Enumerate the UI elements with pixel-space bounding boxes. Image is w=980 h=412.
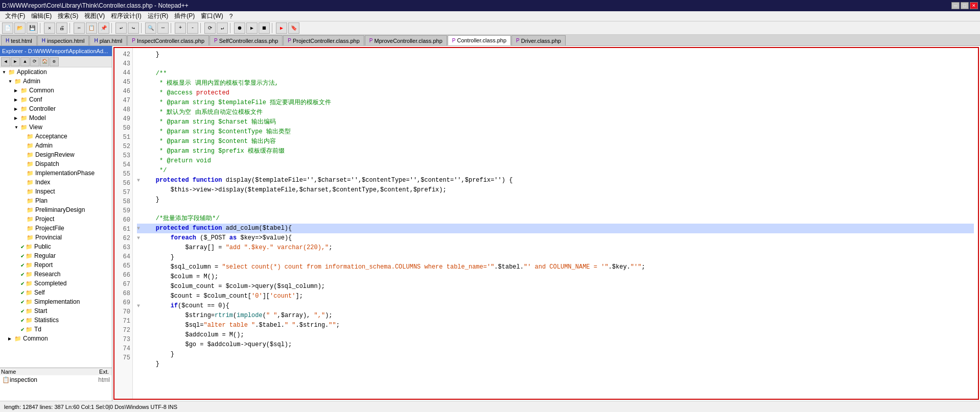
tree-item-projectfile[interactable]: 📁 ProjectFile <box>0 224 112 233</box>
tree-item-project[interactable]: 📁 Project <box>0 214 112 224</box>
maximize-button[interactable]: □ <box>961 2 969 9</box>
tree-item-plan[interactable]: 📁 Plan <box>0 196 112 205</box>
collapse-61[interactable]: ▼ <box>137 235 140 241</box>
ex-refresh-button[interactable]: ⟳ <box>30 57 39 66</box>
ex-up-button[interactable]: ▲ <box>20 57 30 66</box>
tab-plan-html[interactable]: Hplan.html <box>89 35 127 45</box>
menu-design[interactable]: 程序设计(I) <box>108 11 144 21</box>
find-button[interactable]: 🔍 <box>145 22 156 34</box>
tab-inspection-html[interactable]: Hinspection.html <box>37 35 89 45</box>
close-button[interactable]: ✕ <box>970 2 978 9</box>
ex-settings-button[interactable]: ⚙ <box>50 57 59 66</box>
new-button[interactable]: 📄 <box>2 22 13 34</box>
ex-back-button[interactable]: ◀ <box>1 57 10 66</box>
tree-item-implphase[interactable]: 📁 ImplementationPhase <box>0 168 112 178</box>
close-doc-button[interactable]: ✕ <box>44 22 55 34</box>
wrap-button[interactable]: ↵ <box>217 22 228 34</box>
tree-item-public[interactable]: ✔ 📁 Public <box>0 242 112 251</box>
collapse-74 <box>137 361 140 367</box>
collapse-42[interactable] <box>137 52 140 58</box>
php-icon5: P <box>452 38 456 43</box>
menu-search[interactable]: 搜索(S) <box>55 11 81 21</box>
menu-run[interactable]: 运行(R) <box>145 11 172 21</box>
tree-item-simplementation[interactable]: ✔ 📁 Simplementation <box>0 297 112 306</box>
tab-self-controller[interactable]: PSelfController.class.php <box>209 35 283 45</box>
tree-item-provincial[interactable]: 📁 Provincial <box>0 233 112 242</box>
cut-button[interactable]: ✂ <box>74 22 85 34</box>
tree-item-start[interactable]: ✔ 📁 Start <box>0 306 112 316</box>
sep3 <box>111 23 113 33</box>
tree-item-td[interactable]: ✔ 📁 Td <box>0 325 112 334</box>
check-report: ✔ <box>20 262 25 268</box>
tree-item-report[interactable]: ✔ 📁 Report <box>0 260 112 270</box>
undo-button[interactable]: ↩ <box>115 22 127 34</box>
code-content[interactable]: } /** * 模板显示 调用内置的模板引擎显示方法, * @access pr… <box>133 48 978 399</box>
tab-mprove-controller[interactable]: PMproveController.class.php <box>365 35 447 45</box>
tree-item-model[interactable]: ▶ 📁 Model <box>0 113 112 123</box>
zoom-in-button[interactable]: + <box>175 22 186 34</box>
tree-item-application[interactable]: ▼ 📁 Application <box>0 67 112 77</box>
tree-item-common2[interactable]: ▶ 📁 Common <box>0 334 112 343</box>
bookmark-button[interactable]: 🔖 <box>288 22 299 34</box>
tab-test-html[interactable]: Htest.html <box>1 35 37 45</box>
collapse-68[interactable]: ▼ <box>137 303 140 309</box>
collapse-65 <box>137 274 140 280</box>
tree-item-statistics[interactable]: ✔ 📁 Statistics <box>0 316 112 325</box>
tree-item-admin2[interactable]: 📁 Admin <box>0 141 112 150</box>
menu-view[interactable]: 视图(V) <box>81 11 108 21</box>
tree-item-inspect[interactable]: 📁 Inspect <box>0 187 112 196</box>
menu-plugins[interactable]: 插件(P) <box>171 11 198 21</box>
tree-item-designreview[interactable]: 📁 DesignReview <box>0 150 112 159</box>
tab-driver-class[interactable]: PDriver.class.php <box>511 35 566 45</box>
zoom-out-button[interactable]: - <box>187 22 198 34</box>
tab-inspect-controller[interactable]: PInspectController.class.php <box>127 35 209 45</box>
macro-play-button[interactable]: ▶ <box>246 22 258 34</box>
tab-controller-class[interactable]: PController.class.php <box>448 35 511 45</box>
tree-item-common[interactable]: ▶ 📁 Common <box>0 86 112 95</box>
sep6 <box>200 23 202 33</box>
print-button[interactable]: 🖨 <box>56 22 67 34</box>
folder-icon-conf: 📁 <box>20 96 28 103</box>
open-button[interactable]: 📂 <box>14 22 26 34</box>
tree-item-index[interactable]: 📁 Index <box>0 178 112 187</box>
macro-stop-button[interactable]: ⏹ <box>259 22 270 34</box>
copy-button[interactable]: 📋 <box>86 22 97 34</box>
ex-forward-button[interactable]: ▶ <box>11 57 20 66</box>
tree-item-scompleted[interactable]: ✔ 📁 Scompleted <box>0 279 112 288</box>
file-entry-inspection[interactable]: 📋 inspection html <box>0 375 112 384</box>
tree-item-acceptance[interactable]: 📁 Acceptance <box>0 132 112 141</box>
minimize-button[interactable]: ─ <box>951 2 960 9</box>
tree-item-controller[interactable]: ▶ 📁 Controller <box>0 104 112 113</box>
paste-button[interactable]: 📌 <box>98 22 109 34</box>
tree-item-research[interactable]: ✔ 📁 Research <box>0 270 112 279</box>
menu-file[interactable]: 文件(F) <box>2 11 28 21</box>
status-bar: length: 12847 lines: 387 Ln:60 Col:1 Sel… <box>0 401 980 412</box>
redo-button[interactable]: ↪ <box>128 22 139 34</box>
collapse-52 <box>137 149 140 154</box>
tree-item-prelim[interactable]: 📁 PreliminaryDesign <box>0 205 112 214</box>
macro-rec-button[interactable]: ⏺ <box>234 22 245 34</box>
tree-item-view[interactable]: ▼ 📁 View <box>0 123 112 132</box>
collapse-60[interactable]: ▼ <box>137 226 140 231</box>
save-button[interactable]: 💾 <box>27 22 38 34</box>
toolbar: 📄 📂 💾 ✕ 🖨 ✂ 📋 📌 ↩ ↪ 🔍 ↔ + - ⟳ ↵ ⏺ ▶ ⏹ ▶ … <box>0 21 980 35</box>
menu-window[interactable]: 窗口(W) <box>198 11 226 21</box>
code-area[interactable]: 42 43 44 45 46 47 48 49 50 51 52 53 54 5… <box>113 47 979 400</box>
tree-label-start: Start <box>34 307 47 314</box>
ex-home-button[interactable]: 🏠 <box>40 57 49 66</box>
folder-icon-report: 📁 <box>26 262 33 269</box>
sync-button[interactable]: ⟳ <box>204 22 216 34</box>
tree-item-regular[interactable]: ✔ 📁 Regular <box>0 251 112 260</box>
tree-item-admin[interactable]: ▼ 📁 Admin <box>0 77 112 86</box>
menu-help[interactable]: ? <box>226 12 236 21</box>
tree-label-report: Report <box>34 261 53 269</box>
tree-item-conf[interactable]: ▶ 📁 Conf <box>0 95 112 104</box>
collapse-55[interactable]: ▼ <box>137 178 140 183</box>
tree-item-dispatch[interactable]: 📁 Dispatch <box>0 159 112 168</box>
tree-item-self[interactable]: ✔ 📁 Self <box>0 288 112 297</box>
tab-project-controller[interactable]: PProjectController.class.php <box>283 35 364 45</box>
run-button[interactable]: ▶ <box>276 22 287 34</box>
check-research: ✔ <box>20 272 25 277</box>
menu-edit[interactable]: 编辑(E) <box>28 11 55 21</box>
replace-button[interactable]: ↔ <box>157 22 169 34</box>
